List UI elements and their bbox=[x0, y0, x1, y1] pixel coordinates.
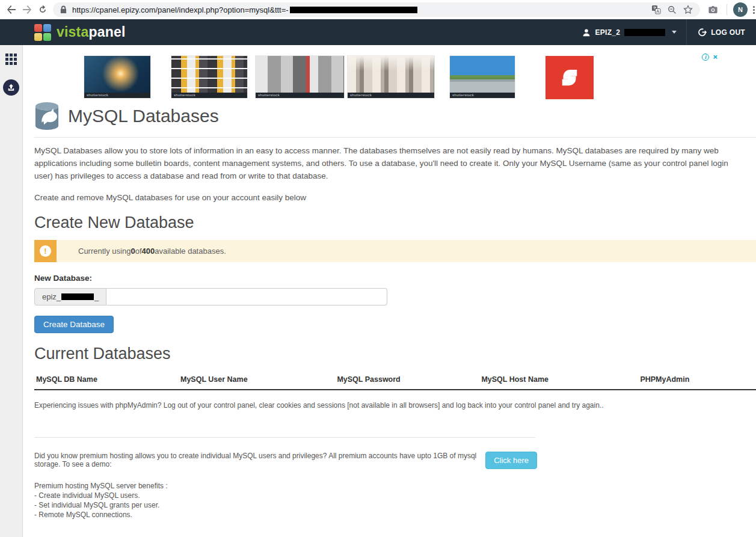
lock-icon bbox=[60, 5, 67, 14]
vistapanel-header: vistapanel EPIZ_2 LOG OUT bbox=[0, 19, 756, 45]
col-user-name: MySQL User Name bbox=[179, 372, 335, 390]
forward-arrow-icon bbox=[22, 5, 32, 14]
back-arrow-icon bbox=[7, 5, 16, 14]
browser-menu-button[interactable] bbox=[753, 6, 755, 14]
benefit-item: - Create individual MySQL users. bbox=[34, 491, 756, 500]
databases-table: MySQL DB Name MySQL User Name MySQL Pass… bbox=[34, 372, 756, 390]
translate-icon bbox=[651, 5, 661, 14]
premium-benefits: Premium hosting MySQL server benefits : … bbox=[34, 481, 756, 520]
benefit-item: - Set individual MySQL grants per user. bbox=[34, 500, 756, 510]
section-divider bbox=[34, 437, 535, 438]
col-phpmyadmin: PHPMyAdmin bbox=[638, 372, 756, 390]
left-sidebar bbox=[0, 45, 23, 537]
ad-watermark: shutterstock bbox=[84, 93, 150, 98]
star-icon bbox=[683, 5, 693, 14]
upload-icon bbox=[7, 83, 16, 92]
premium-demo-text: Did you know premium hosting allows you … bbox=[34, 452, 485, 468]
zoom-out-icon bbox=[668, 5, 677, 14]
benefit-item: - Remote MySQL connections. bbox=[34, 510, 756, 520]
screenshot-extension-button[interactable] bbox=[705, 2, 721, 17]
browser-toolbar: https://cpanel.epizy.com/panel/indexpl.p… bbox=[0, 0, 756, 19]
ad-image-house[interactable]: shutterstock bbox=[450, 56, 515, 98]
databases-used-count: 0 bbox=[131, 247, 135, 256]
new-database-input-group: epiz__ bbox=[34, 288, 387, 305]
ad-image-templates[interactable]: shutterstock bbox=[171, 56, 247, 98]
shutterstock-logo[interactable] bbox=[545, 56, 594, 99]
user-icon bbox=[582, 28, 591, 37]
logout-icon bbox=[698, 28, 707, 37]
new-database-label: New Database: bbox=[34, 274, 756, 283]
databases-total-count: 400 bbox=[142, 247, 155, 256]
upload-button[interactable] bbox=[3, 79, 19, 96]
browser-actions: N bbox=[705, 2, 755, 17]
usage-alert-text: Currently using 0 of 400 available datab… bbox=[57, 240, 226, 262]
ad-image-elevator[interactable]: shutterstock bbox=[348, 56, 434, 98]
database-prefix-addon: epiz__ bbox=[34, 288, 106, 305]
back-button[interactable] bbox=[4, 2, 19, 17]
vistapanel-logo-icon bbox=[34, 24, 51, 41]
zoom-button[interactable] bbox=[668, 5, 677, 14]
usage-alert: ! Currently using 0 of 400 available dat… bbox=[34, 240, 756, 262]
bookmark-button[interactable] bbox=[683, 5, 693, 14]
intro-paragraph-2: Create and remove MySQL databases for us… bbox=[34, 193, 756, 202]
warning-badge: ! bbox=[34, 240, 57, 262]
col-host-name: MySQL Host Name bbox=[479, 372, 638, 390]
redacted-account-id bbox=[61, 293, 94, 300]
page-title: MySQL Databases bbox=[68, 106, 219, 126]
mysql-database-icon bbox=[34, 102, 60, 130]
apps-grid-icon[interactable] bbox=[5, 54, 17, 65]
username-text: EPIZ_2 bbox=[595, 28, 620, 37]
logout-label: LOG OUT bbox=[711, 28, 745, 37]
adchoices-info-icon[interactable]: i bbox=[702, 54, 709, 61]
url-text: https://cpanel.epizy.com/panel/indexpl.p… bbox=[72, 5, 289, 14]
warning-icon: ! bbox=[40, 245, 51, 257]
redacted-url-token bbox=[290, 7, 417, 13]
brand-name: vistapanel bbox=[57, 24, 126, 40]
caret-down-icon bbox=[672, 31, 677, 34]
translate-button[interactable] bbox=[651, 5, 661, 14]
title-divider bbox=[34, 137, 756, 138]
browser-profile-avatar[interactable]: N bbox=[733, 2, 748, 17]
ad-image-door[interactable]: shutterstock bbox=[84, 56, 150, 98]
redacted-username bbox=[624, 29, 665, 36]
camera-icon bbox=[708, 5, 718, 15]
current-databases-heading: Current Databases bbox=[34, 345, 756, 363]
new-database-input[interactable] bbox=[106, 288, 387, 305]
reload-icon bbox=[38, 5, 48, 14]
create-database-heading: Create New Database bbox=[34, 213, 756, 232]
phpmyadmin-note: Experiencing issues with phpMyAdmin? Log… bbox=[34, 401, 756, 410]
reload-button[interactable] bbox=[35, 2, 51, 17]
col-db-name: MySQL DB Name bbox=[34, 372, 179, 390]
account-menu[interactable]: EPIZ_2 bbox=[573, 19, 686, 45]
ad-image-collage[interactable]: shutterstock bbox=[256, 56, 344, 98]
create-database-button[interactable]: Create Database bbox=[34, 316, 114, 333]
toolbar-divider bbox=[727, 4, 727, 15]
address-bar[interactable]: https://cpanel.epizy.com/panel/indexpl.p… bbox=[53, 2, 700, 17]
ad-banner: shutterstock shutterstock shutterstock s… bbox=[72, 53, 720, 101]
click-here-button[interactable]: Click here bbox=[485, 452, 537, 469]
intro-paragraph: MySQL Databases allow you to store lots … bbox=[34, 145, 746, 183]
logout-button[interactable]: LOG OUT bbox=[687, 19, 756, 45]
shutterstock-logo-icon bbox=[557, 65, 582, 90]
col-password: MySQL Password bbox=[335, 372, 479, 390]
forward-button[interactable] bbox=[19, 2, 35, 17]
ad-close-icon[interactable]: × bbox=[713, 54, 718, 61]
benefits-title: Premium hosting MySQL server benefits : bbox=[34, 481, 756, 491]
